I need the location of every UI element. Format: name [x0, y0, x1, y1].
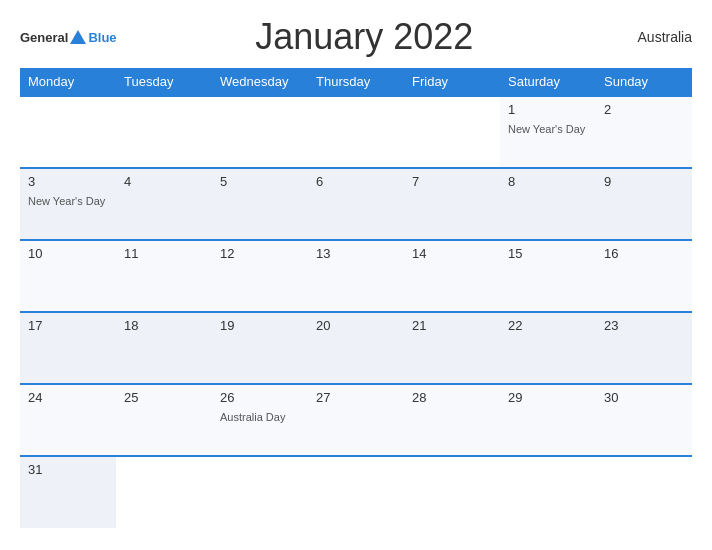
calendar-cell: 30: [596, 384, 692, 456]
day-number: 7: [412, 174, 492, 189]
logo-general: General: [20, 30, 68, 45]
day-number: 10: [28, 246, 108, 261]
calendar-cell: 21: [404, 312, 500, 384]
day-number: 21: [412, 318, 492, 333]
calendar-cell: [116, 96, 212, 168]
calendar-cell: 19: [212, 312, 308, 384]
calendar-cell: 24: [20, 384, 116, 456]
calendar-cell: 18: [116, 312, 212, 384]
calendar-cell: 27: [308, 384, 404, 456]
calendar-body: 1New Year's Day23New Year's Day456789101…: [20, 96, 692, 528]
day-number: 23: [604, 318, 684, 333]
calendar-cell: [116, 456, 212, 528]
weekday-header: Thursday: [308, 68, 404, 96]
calendar-cell: [500, 456, 596, 528]
day-number: 24: [28, 390, 108, 405]
calendar-cell: 20: [308, 312, 404, 384]
day-number: 27: [316, 390, 396, 405]
calendar-cell: 1New Year's Day: [500, 96, 596, 168]
day-number: 13: [316, 246, 396, 261]
month-title: January 2022: [117, 16, 612, 58]
calendar-cell: [308, 456, 404, 528]
calendar-cell: [212, 456, 308, 528]
day-number: 1: [508, 102, 588, 117]
logo: General Blue: [20, 30, 117, 45]
day-number: 30: [604, 390, 684, 405]
calendar-thead: MondayTuesdayWednesdayThursdayFridaySatu…: [20, 68, 692, 96]
day-number: 28: [412, 390, 492, 405]
calendar-cell: 17: [20, 312, 116, 384]
calendar-cell: 25: [116, 384, 212, 456]
calendar-week-row: 1New Year's Day2: [20, 96, 692, 168]
day-number: 12: [220, 246, 300, 261]
calendar-cell: 23: [596, 312, 692, 384]
calendar-cell: 13: [308, 240, 404, 312]
calendar-cell: 11: [116, 240, 212, 312]
calendar-cell: 26Australia Day: [212, 384, 308, 456]
weekday-header: Tuesday: [116, 68, 212, 96]
calendar-cell: 29: [500, 384, 596, 456]
day-event: Australia Day: [220, 411, 285, 423]
weekday-header: Monday: [20, 68, 116, 96]
calendar-cell: [404, 456, 500, 528]
day-number: 15: [508, 246, 588, 261]
calendar-cell: 3New Year's Day: [20, 168, 116, 240]
day-number: 26: [220, 390, 300, 405]
logo-blue: Blue: [88, 30, 116, 45]
calendar-cell: 31: [20, 456, 116, 528]
day-number: 22: [508, 318, 588, 333]
calendar-container: General Blue January 2022 Australia Mond…: [0, 0, 712, 550]
calendar-cell: 4: [116, 168, 212, 240]
calendar-cell: 14: [404, 240, 500, 312]
calendar-cell: [404, 96, 500, 168]
day-number: 17: [28, 318, 108, 333]
day-number: 8: [508, 174, 588, 189]
calendar-cell: 7: [404, 168, 500, 240]
day-number: 16: [604, 246, 684, 261]
calendar-header: General Blue January 2022 Australia: [20, 16, 692, 58]
calendar-week-row: 10111213141516: [20, 240, 692, 312]
calendar-cell: 16: [596, 240, 692, 312]
calendar-cell: 15: [500, 240, 596, 312]
calendar-cell: [212, 96, 308, 168]
weekday-header: Saturday: [500, 68, 596, 96]
calendar-cell: 10: [20, 240, 116, 312]
calendar-cell: 9: [596, 168, 692, 240]
calendar-cell: [308, 96, 404, 168]
calendar-cell: 5: [212, 168, 308, 240]
day-number: 25: [124, 390, 204, 405]
day-number: 31: [28, 462, 108, 477]
day-number: 4: [124, 174, 204, 189]
calendar-cell: 28: [404, 384, 500, 456]
calendar-cell: 8: [500, 168, 596, 240]
day-number: 18: [124, 318, 204, 333]
calendar-table: MondayTuesdayWednesdayThursdayFridaySatu…: [20, 68, 692, 528]
logo-triangle-icon: [70, 30, 86, 44]
day-number: 14: [412, 246, 492, 261]
calendar-cell: [596, 456, 692, 528]
calendar-cell: [20, 96, 116, 168]
day-number: 20: [316, 318, 396, 333]
day-event: New Year's Day: [28, 195, 105, 207]
calendar-week-row: 242526Australia Day27282930: [20, 384, 692, 456]
day-number: 5: [220, 174, 300, 189]
weekday-header-row: MondayTuesdayWednesdayThursdayFridaySatu…: [20, 68, 692, 96]
calendar-cell: 12: [212, 240, 308, 312]
day-number: 29: [508, 390, 588, 405]
calendar-week-row: 3New Year's Day456789: [20, 168, 692, 240]
weekday-header: Sunday: [596, 68, 692, 96]
day-number: 19: [220, 318, 300, 333]
calendar-week-row: 31: [20, 456, 692, 528]
weekday-header: Friday: [404, 68, 500, 96]
country-label: Australia: [612, 29, 692, 45]
calendar-cell: 22: [500, 312, 596, 384]
calendar-cell: 6: [308, 168, 404, 240]
weekday-header: Wednesday: [212, 68, 308, 96]
day-number: 3: [28, 174, 108, 189]
day-number: 2: [604, 102, 684, 117]
calendar-week-row: 17181920212223: [20, 312, 692, 384]
day-number: 11: [124, 246, 204, 261]
day-event: New Year's Day: [508, 123, 585, 135]
calendar-cell: 2: [596, 96, 692, 168]
day-number: 9: [604, 174, 684, 189]
